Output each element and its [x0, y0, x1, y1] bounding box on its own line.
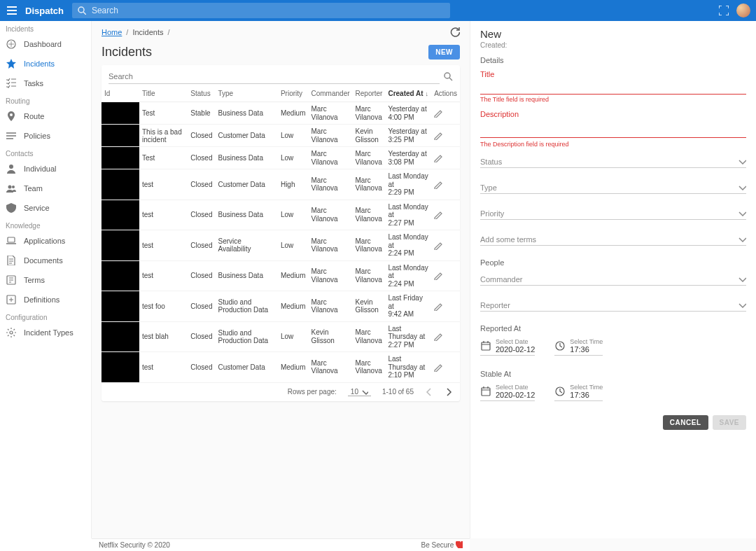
column-header[interactable]: Status — [188, 85, 215, 102]
breadcrumb-home[interactable]: Home — [102, 28, 122, 36]
sidebar-item-dashboard[interactable]: Dashboard — [0, 34, 91, 54]
cell-reporter: MarcVilanova — [353, 200, 386, 230]
cell-status: Closed — [188, 169, 215, 200]
cell-commander: MarcVilanova — [309, 169, 353, 200]
chevron-down-icon — [738, 235, 746, 244]
column-header[interactable]: Actions — [431, 85, 460, 102]
cell-commander: MarcVilanova — [309, 260, 353, 291]
cell-actions — [431, 352, 460, 383]
column-header[interactable]: Id — [102, 85, 139, 102]
cell-priority: Medium — [278, 260, 309, 291]
column-header[interactable]: Reporter — [353, 85, 386, 102]
cell-reporter: MarcVilanova — [353, 230, 386, 261]
cancel-button[interactable]: CANCEL — [663, 415, 708, 430]
table-row: test Closed Business Data Medium MarcVil… — [102, 260, 460, 291]
global-search[interactable] — [72, 3, 450, 18]
column-header[interactable]: Created At ↓ — [385, 85, 431, 102]
refresh-icon[interactable] — [450, 27, 460, 37]
fullscreen-icon[interactable] — [717, 4, 731, 18]
sidebar-item-applications[interactable]: Applications — [0, 231, 91, 251]
cell-type: Customer Data — [215, 125, 277, 147]
cell-id — [102, 260, 139, 291]
rows-per-page-select[interactable]: 10 — [348, 388, 371, 396]
table-search-input[interactable] — [108, 69, 440, 84]
description-label: Description — [480, 110, 746, 118]
calendar-icon — [480, 340, 491, 351]
details-heading: Details — [480, 56, 746, 64]
sidebar-item-label: Incidents — [24, 60, 55, 68]
type-select[interactable]: Type — [480, 181, 746, 194]
sidebar-item-terms[interactable]: Terms — [0, 270, 91, 290]
edit-icon[interactable] — [434, 153, 457, 162]
cell-commander: MarcVilanova — [309, 147, 353, 169]
stable-time-field[interactable]: Select Time 17:36 — [554, 384, 603, 401]
sidebar-item-route[interactable]: Route — [0, 106, 91, 126]
title-error: The Title field is required — [480, 96, 746, 103]
priority-select[interactable]: Priority — [480, 207, 746, 220]
edit-icon[interactable] — [434, 363, 457, 372]
cell-commander: KevinGlisson — [309, 321, 353, 352]
column-header[interactable]: Title — [139, 85, 188, 102]
cell-created: Yesterday at3:25 PM — [385, 125, 431, 147]
title-field[interactable] — [480, 80, 746, 95]
cell-reporter: KevinGlisson — [353, 291, 386, 322]
sidebar-item-team[interactable]: Team — [0, 179, 91, 198]
footer-copyright: Netflix Security © 2020 — [99, 541, 170, 549]
prev-page-icon[interactable] — [425, 387, 433, 397]
avatar[interactable] — [736, 4, 750, 18]
sidebar-item-incidents[interactable]: Incidents — [0, 54, 91, 74]
column-header[interactable]: Priority — [278, 85, 309, 102]
page-title: Incidents — [102, 45, 152, 60]
edit-icon[interactable] — [434, 210, 457, 219]
drawer-heading: New — [480, 28, 746, 40]
edit-icon[interactable] — [434, 332, 457, 341]
cell-priority: Low — [278, 125, 309, 147]
title-label: Title — [480, 70, 746, 78]
cell-created: Last Monday at2:24 PM — [385, 260, 431, 291]
menu-icon[interactable] — [6, 4, 18, 17]
new-button[interactable]: NEW — [428, 45, 460, 60]
table-row: test Closed Customer Data Medium MarcVil… — [102, 352, 460, 383]
column-header[interactable]: Commander — [309, 85, 353, 102]
cell-title: test — [139, 260, 188, 291]
edit-icon[interactable] — [434, 109, 457, 118]
edit-icon[interactable] — [434, 131, 457, 140]
terms-select[interactable]: Add some terms — [480, 232, 746, 246]
edit-icon[interactable] — [434, 271, 457, 280]
sidebar-item-service[interactable]: Service — [0, 198, 91, 218]
sidebar-item-tasks[interactable]: Tasks — [0, 74, 91, 93]
people-heading: People — [480, 258, 746, 267]
cell-type: Customer Data — [215, 169, 277, 200]
reported-time-field[interactable]: Select Time 17:36 — [554, 338, 603, 356]
main-content: Home / Incidents / Incidents NEW IdTitle… — [92, 21, 470, 538]
sidebar-item-label: Route — [24, 112, 44, 120]
sidebar-item-documents[interactable]: Documents — [0, 251, 91, 270]
save-button[interactable]: SAVE — [713, 415, 747, 430]
description-field[interactable] — [480, 120, 746, 138]
cell-status: Closed — [188, 230, 215, 261]
column-header[interactable]: Type — [215, 85, 277, 102]
edit-icon[interactable] — [434, 180, 457, 189]
cell-status: Closed — [188, 200, 215, 230]
cell-status: Stable — [188, 102, 215, 125]
sidebar-item-incident-types[interactable]: Incident Types — [0, 323, 91, 342]
sort-descending-icon: ↓ — [425, 90, 428, 97]
sidebar-item-individual[interactable]: Individual — [0, 159, 91, 179]
next-page-icon[interactable] — [444, 387, 453, 397]
commander-select[interactable]: Commander — [480, 272, 746, 286]
sidebar-item-policies[interactable]: Policies — [0, 126, 91, 146]
search-icon[interactable] — [444, 72, 453, 81]
cell-actions — [431, 169, 460, 200]
global-search-input[interactable] — [90, 5, 444, 16]
reporter-select[interactable]: Reporter — [480, 298, 746, 312]
edit-icon[interactable] — [434, 302, 457, 311]
cell-reporter: MarcVilanova — [353, 260, 386, 291]
status-select[interactable]: Status — [480, 155, 746, 168]
cell-type: Business Data — [215, 147, 277, 169]
sidebar-item-definitions[interactable]: Definitions — [0, 290, 91, 309]
edit-icon[interactable] — [434, 241, 457, 250]
cell-commander: MarcVilanova — [309, 352, 353, 383]
reported-date-field[interactable]: Select Date 2020-02-12 — [480, 338, 535, 356]
stable-date-field[interactable]: Select Date 2020-02-12 — [480, 384, 535, 401]
cell-commander: MarcVilanova — [309, 230, 353, 261]
